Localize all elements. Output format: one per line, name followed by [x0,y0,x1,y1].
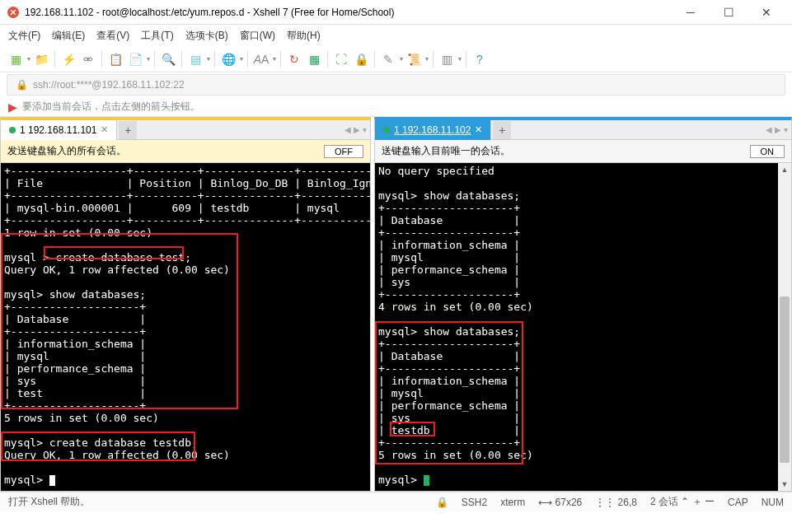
menu-window[interactable]: 窗口(W) [240,29,275,43]
new-session-icon[interactable]: ▦ [7,50,25,68]
flag-icon: ▶ [8,100,17,114]
lock-icon[interactable]: 🔒 [352,50,370,68]
connect-icon[interactable]: ⚡ [59,50,77,68]
right-toggle-button[interactable]: ON [750,145,785,158]
status-dot-icon [383,127,390,133]
split-panes: 1 192.168.11.101 ✕ + ◀ ▶ ▾ 发送键盘输入的所有会话。 … [0,117,792,492]
menu-file[interactable]: 文件(F) [8,29,40,43]
close-tab-icon[interactable]: ✕ [475,124,482,135]
right-tab-label: 1 192.168.11.102 [394,124,471,136]
grid-icon[interactable]: ▦ [305,50,323,68]
hint-bar: ▶ 要添加当前会话，点击左侧的箭头按钮。 [0,97,792,117]
app-icon [7,6,20,19]
left-tab-label: 1 192.168.11.101 [20,124,96,136]
font-icon[interactable]: AA [252,50,270,68]
status-bar: 打开 Xshell 帮助。 🔒 SSH2 xterm ⟷ 67x26 ⋮⋮ 26… [0,492,792,511]
menu-help[interactable]: 帮助(H) [287,29,321,43]
close-tab-icon[interactable]: ✕ [101,124,108,135]
scroll-down-icon[interactable]: ▼ [778,478,791,491]
window-title: 192.168.11.102 - root@localhost:/etc/yum… [25,7,672,18]
script-icon[interactable]: 📜 [405,50,423,68]
disconnect-icon[interactable]: ⚮ [79,50,97,68]
copy-icon[interactable]: 📋 [106,50,124,68]
toolbar: ▦▾ 📁 ⚡ ⚮ 📋 📄▾ 🔍 ▤▾ 🌐▾ AA▾ ↻ ▦ ⛶ 🔒 ✎▾ 📜▾ … [0,46,792,72]
tab-nav[interactable]: ◀ ▶ ▾ [766,125,788,134]
menu-tools[interactable]: 工具(T) [141,29,173,43]
globe-icon[interactable]: 🌐 [219,50,237,68]
right-pane: 1 192.168.11.102 ✕ + ◀ ▶ ▾ 送键盘输入目前唯一的会话。… [374,117,792,492]
lock-status-icon: 🔒 [436,497,448,508]
layout-icon[interactable]: ▥ [438,50,456,68]
help-icon[interactable]: ? [471,50,489,68]
status-sessions[interactable]: 2 会话 ⌃ ＋ ー [650,495,715,509]
lock-small-icon: 🔒 [16,79,28,91]
status-term-type: xterm [500,497,525,508]
right-terminal[interactable]: No query specified mysql> show databases… [375,163,778,491]
window-titlebar: 192.168.11.102 - root@localhost:/etc/yum… [0,0,792,25]
open-icon[interactable]: 📁 [32,50,50,68]
reload-icon[interactable]: ↻ [285,50,303,68]
menu-edit[interactable]: 编辑(E) [52,29,85,43]
status-help: 打开 Xshell 帮助。 [8,495,90,509]
close-button[interactable]: ✕ [747,0,785,25]
menu-view[interactable]: 查看(V) [96,29,129,43]
right-tab[interactable]: 1 192.168.11.102 ✕ [375,120,491,140]
hint-text: 要添加当前会话，点击左侧的箭头按钮。 [22,100,200,114]
right-send-label: 送键盘输入目前唯一的会话。 [382,144,750,158]
paste-icon[interactable]: 📄 [126,50,144,68]
right-scrollbar[interactable]: ▲ ▼ [778,163,791,491]
tab-nav[interactable]: ◀ ▶ ▾ [344,125,367,134]
left-toggle-button[interactable]: OFF [324,145,363,158]
add-tab-button[interactable]: + [119,121,137,139]
left-tabrow: 1 192.168.11.101 ✕ + ◀ ▶ ▾ [1,120,370,140]
minimize-button[interactable]: ─ [672,0,710,25]
maximize-button[interactable]: ☐ [710,0,747,25]
status-pos: ⋮⋮ 26,8 [595,497,637,508]
edit-icon[interactable]: ✎ [379,50,397,68]
left-send-label: 发送键盘输入的所有会话。 [7,144,324,158]
status-dot-icon [9,127,16,133]
right-send-bar: 送键盘输入目前唯一的会话。 ON [375,140,791,163]
left-send-bar: 发送键盘输入的所有会话。 OFF [1,140,370,163]
right-tabrow: 1 192.168.11.102 ✕ + ◀ ▶ ▾ [375,120,791,140]
status-ssh: SSH2 [462,497,487,508]
status-num: NUM [762,497,784,508]
right-terminal-wrap: No query specified mysql> show databases… [375,163,791,491]
address-bar[interactable]: 🔒 ssh://root:****@192.168.11.102:22 [7,74,785,96]
add-tab-button[interactable]: + [493,121,511,139]
left-terminal-wrap: +------------------+----------+---------… [1,163,370,491]
left-terminal[interactable]: +------------------+----------+---------… [1,163,370,491]
fullscreen-icon[interactable]: ⛶ [332,50,350,68]
left-tab[interactable]: 1 192.168.11.101 ✕ [1,120,117,140]
menubar: 文件(F) 编辑(E) 查看(V) 工具(T) 选项卡(B) 窗口(W) 帮助(… [0,25,792,46]
scroll-thumb[interactable] [780,296,790,462]
menu-tabs[interactable]: 选项卡(B) [185,29,228,43]
status-size: ⟷ 67x26 [538,497,582,508]
properties-icon[interactable]: ▤ [186,50,204,68]
address-text: ssh://root:****@192.168.11.102:22 [33,79,185,91]
status-cap: CAP [728,497,748,508]
search-icon[interactable]: 🔍 [159,50,177,68]
scroll-up-icon[interactable]: ▲ [778,163,791,176]
left-pane: 1 192.168.11.101 ✕ + ◀ ▶ ▾ 发送键盘输入的所有会话。 … [0,117,371,492]
